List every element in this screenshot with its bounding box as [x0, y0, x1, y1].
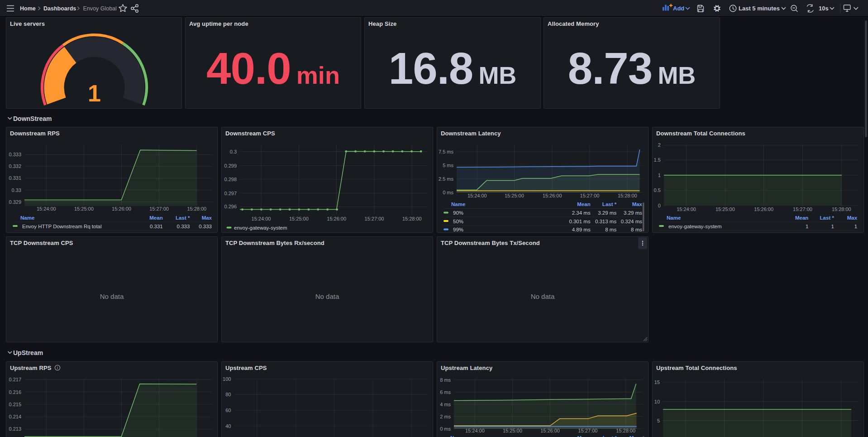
svg-text:15:25:00: 15:25:00	[715, 206, 735, 212]
svg-text:0.301 ms: 0.301 ms	[569, 219, 591, 224]
svg-text:15:24:00: 15:24:00	[467, 193, 487, 198]
svg-text:Name: Name	[450, 435, 464, 437]
svg-text:15:28:00: 15:28:00	[402, 216, 422, 221]
svg-text:Max: Max	[632, 202, 643, 207]
svg-text:15: 15	[654, 379, 660, 385]
svg-text:Name: Name	[20, 215, 34, 221]
svg-text:6 ms: 6 ms	[440, 389, 451, 395]
svg-text:80: 80	[225, 392, 231, 397]
svg-text:15:26:00: 15:26:00	[543, 193, 562, 198]
svg-text:0.213: 0.213	[9, 426, 21, 432]
svg-text:0.297: 0.297	[224, 191, 237, 196]
svg-text:4 ms: 4 ms	[440, 402, 451, 407]
svg-text:1: 1	[831, 224, 834, 229]
svg-text:5: 5	[657, 418, 660, 423]
svg-text:Name: Name	[451, 202, 465, 207]
svg-text:0.5: 0.5	[654, 187, 661, 193]
svg-text:2 ms: 2 ms	[440, 414, 451, 419]
svg-text:2: 2	[658, 142, 661, 148]
svg-text:Add: Add	[673, 5, 684, 12]
svg-text:15:26:00: 15:26:00	[112, 206, 131, 211]
svg-text:100: 100	[223, 376, 231, 382]
svg-text:15:26:00: 15:26:00	[754, 206, 773, 212]
svg-text:Envoy HTTP Downstream Rq total: Envoy HTTP Downstream Rq total	[22, 224, 102, 229]
svg-text:8 ms: 8 ms	[605, 227, 616, 232]
svg-text:Max: Max	[630, 435, 640, 437]
svg-text:Max: Max	[202, 215, 212, 221]
svg-text:15:26:00: 15:26:00	[327, 216, 346, 221]
svg-text:15:27:00: 15:27:00	[149, 206, 169, 211]
svg-text:Mean: Mean	[577, 202, 590, 207]
svg-text:Mean: Mean	[149, 215, 162, 221]
svg-text:0.324 ms: 0.324 ms	[621, 219, 643, 224]
svg-text:0.331: 0.331	[150, 224, 163, 229]
svg-text:2.34 ms: 2.34 ms	[572, 210, 591, 216]
svg-text:0: 0	[658, 203, 661, 208]
svg-text:Last *: Last *	[603, 435, 617, 437]
svg-text:0.215: 0.215	[9, 402, 21, 407]
svg-text:1: 1	[658, 173, 661, 178]
svg-text:0.3: 0.3	[230, 149, 237, 154]
svg-text:0.333: 0.333	[177, 224, 190, 229]
svg-text:0.333: 0.333	[199, 224, 212, 229]
svg-text:envoy-gateway-system: envoy-gateway-system	[234, 225, 287, 231]
svg-text:Mean: Mean	[577, 435, 591, 437]
svg-text:0.333: 0.333	[9, 152, 21, 157]
svg-text:8 ms: 8 ms	[440, 377, 451, 383]
svg-text:15:24:00: 15:24:00	[677, 206, 696, 212]
svg-text:0.214: 0.214	[9, 414, 21, 419]
svg-text:Mean: Mean	[795, 215, 808, 221]
svg-text:7.5 ms: 7.5 ms	[439, 149, 454, 154]
svg-text:Name: Name	[667, 215, 681, 221]
svg-text:0.296: 0.296	[224, 204, 237, 209]
svg-text:15:27:00: 15:27:00	[580, 193, 600, 198]
svg-text:0.299: 0.299	[224, 163, 237, 168]
svg-text:Last *: Last *	[176, 215, 190, 221]
svg-text:60: 60	[225, 408, 231, 413]
svg-text:90%: 90%	[453, 210, 463, 216]
svg-text:15:24:00: 15:24:00	[252, 216, 271, 221]
svg-text:10: 10	[654, 399, 660, 404]
svg-text:4.89 ms: 4.89 ms	[572, 227, 591, 232]
svg-text:15:28:00: 15:28:00	[832, 206, 851, 212]
svg-text:15:28:00: 15:28:00	[618, 193, 637, 198]
svg-text:0.298: 0.298	[224, 177, 237, 182]
svg-text:15:27:00: 15:27:00	[365, 216, 384, 221]
svg-text:15:27:00: 15:27:00	[793, 206, 812, 212]
svg-text:0.329: 0.329	[9, 199, 21, 205]
svg-text:5 ms: 5 ms	[443, 163, 453, 168]
svg-text:0.313 ms: 0.313 ms	[595, 219, 617, 224]
svg-text:0.332: 0.332	[9, 163, 21, 169]
svg-text:0 ms: 0 ms	[443, 190, 453, 195]
svg-text:Last 5 minutes: Last 5 minutes	[739, 5, 780, 12]
svg-text:15:24:00: 15:24:00	[37, 206, 56, 211]
svg-text:10s: 10s	[819, 5, 829, 12]
svg-text:Last *: Last *	[602, 202, 617, 207]
svg-text:0.33: 0.33	[12, 187, 21, 193]
svg-text:0 ms: 0 ms	[440, 426, 451, 432]
svg-text:15:28:00: 15:28:00	[187, 206, 206, 211]
svg-text:1: 1	[806, 224, 808, 229]
svg-text:40: 40	[225, 423, 231, 429]
svg-text:Home: Home	[20, 5, 36, 12]
svg-text:Last *: Last *	[820, 215, 835, 221]
svg-text:Dashboards: Dashboards	[43, 5, 76, 12]
svg-text:3.29 ms: 3.29 ms	[624, 210, 642, 216]
svg-text:UpStream: UpStream	[13, 349, 43, 356]
svg-text:2.5 ms: 2.5 ms	[439, 176, 454, 182]
svg-text:50%: 50%	[453, 219, 463, 224]
svg-text:0.217: 0.217	[9, 377, 21, 382]
svg-text:Max: Max	[847, 215, 858, 221]
svg-text:99%: 99%	[453, 227, 463, 232]
svg-text:3.29 ms: 3.29 ms	[598, 210, 616, 216]
svg-text:1: 1	[854, 224, 857, 229]
svg-text:0.216: 0.216	[9, 389, 21, 395]
svg-text:15:25:00: 15:25:00	[505, 193, 524, 198]
svg-text:0.331: 0.331	[9, 175, 21, 181]
svg-text:1: 1	[88, 80, 101, 106]
svg-text:15:25:00: 15:25:00	[74, 206, 94, 211]
svg-text:8 ms: 8 ms	[631, 227, 642, 232]
svg-text:DownStream: DownStream	[13, 115, 52, 122]
svg-text:1.5: 1.5	[654, 157, 661, 163]
svg-text:15:25:00: 15:25:00	[289, 216, 309, 221]
